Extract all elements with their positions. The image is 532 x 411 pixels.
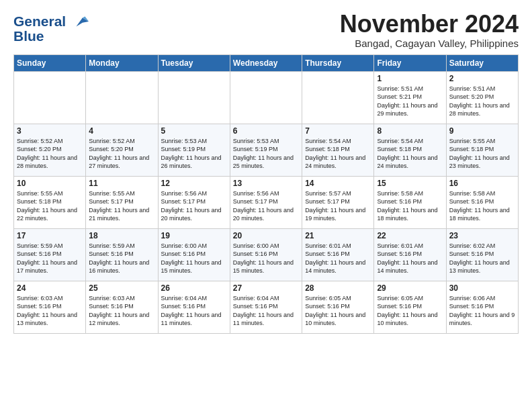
month-title: November 2024 bbox=[340, 11, 519, 38]
day-number: 7 bbox=[305, 126, 371, 136]
day-number: 27 bbox=[233, 283, 299, 293]
day-info: Sunrise: 5:58 AM Sunset: 5:16 PM Dayligh… bbox=[377, 189, 443, 223]
day-number: 18 bbox=[89, 231, 154, 240]
day-number: 28 bbox=[305, 283, 371, 293]
day-info: Sunrise: 5:57 AM Sunset: 5:17 PM Dayligh… bbox=[305, 189, 371, 223]
day-cell bbox=[302, 71, 374, 124]
week-row-1: 1Sunrise: 5:51 AM Sunset: 5:21 PM Daylig… bbox=[14, 71, 519, 124]
day-cell bbox=[14, 71, 86, 124]
header: General Blue November 2024 Bangad, Cagay… bbox=[13, 11, 519, 49]
day-cell: 16Sunrise: 5:58 AM Sunset: 5:16 PM Dayli… bbox=[446, 176, 518, 228]
day-cell: 9Sunrise: 5:55 AM Sunset: 5:18 PM Daylig… bbox=[446, 124, 518, 176]
day-cell: 14Sunrise: 5:57 AM Sunset: 5:17 PM Dayli… bbox=[302, 176, 374, 228]
page: General Blue November 2024 Bangad, Cagay… bbox=[0, 0, 532, 340]
day-cell: 25Sunrise: 6:03 AM Sunset: 5:16 PM Dayli… bbox=[86, 281, 158, 333]
day-info: Sunrise: 6:04 AM Sunset: 5:16 PM Dayligh… bbox=[161, 294, 227, 328]
day-info: Sunrise: 5:53 AM Sunset: 5:19 PM Dayligh… bbox=[161, 137, 227, 171]
day-info: Sunrise: 6:02 AM Sunset: 5:16 PM Dayligh… bbox=[449, 242, 515, 275]
logo-bird-icon bbox=[71, 12, 90, 31]
day-info: Sunrise: 6:06 AM Sunset: 5:16 PM Dayligh… bbox=[449, 294, 515, 328]
day-cell: 20Sunrise: 6:00 AM Sunset: 5:16 PM Dayli… bbox=[230, 228, 302, 281]
day-info: Sunrise: 6:00 AM Sunset: 5:16 PM Dayligh… bbox=[233, 242, 299, 275]
day-info: Sunrise: 5:56 AM Sunset: 5:17 PM Dayligh… bbox=[233, 189, 299, 223]
day-number: 23 bbox=[449, 231, 515, 240]
day-info: Sunrise: 5:54 AM Sunset: 5:18 PM Dayligh… bbox=[305, 137, 371, 171]
day-cell: 24Sunrise: 6:03 AM Sunset: 5:16 PM Dayli… bbox=[14, 281, 86, 333]
day-cell: 10Sunrise: 5:55 AM Sunset: 5:18 PM Dayli… bbox=[14, 176, 86, 228]
day-number: 19 bbox=[161, 231, 227, 240]
week-row-2: 3Sunrise: 5:52 AM Sunset: 5:20 PM Daylig… bbox=[14, 124, 519, 176]
day-number: 25 bbox=[89, 283, 154, 293]
day-cell: 29Sunrise: 6:05 AM Sunset: 5:16 PM Dayli… bbox=[374, 281, 446, 333]
day-cell: 27Sunrise: 6:04 AM Sunset: 5:16 PM Dayli… bbox=[230, 281, 302, 333]
day-cell: 2Sunrise: 5:51 AM Sunset: 5:20 PM Daylig… bbox=[446, 71, 518, 124]
day-number: 29 bbox=[377, 283, 443, 293]
day-cell: 22Sunrise: 6:01 AM Sunset: 5:16 PM Dayli… bbox=[374, 228, 446, 281]
day-info: Sunrise: 5:51 AM Sunset: 5:20 PM Dayligh… bbox=[449, 85, 515, 118]
day-info: Sunrise: 6:00 AM Sunset: 5:16 PM Dayligh… bbox=[161, 242, 227, 275]
col-wednesday: Wednesday bbox=[230, 54, 302, 71]
col-monday: Monday bbox=[86, 54, 158, 71]
day-info: Sunrise: 5:52 AM Sunset: 5:20 PM Dayligh… bbox=[17, 137, 83, 171]
day-cell: 17Sunrise: 5:59 AM Sunset: 5:16 PM Dayli… bbox=[14, 228, 86, 281]
day-number: 20 bbox=[233, 231, 299, 240]
day-info: Sunrise: 5:55 AM Sunset: 5:18 PM Dayligh… bbox=[449, 137, 515, 171]
logo: General Blue bbox=[13, 13, 90, 45]
col-tuesday: Tuesday bbox=[158, 54, 230, 71]
day-number: 17 bbox=[17, 231, 83, 240]
day-cell: 4Sunrise: 5:52 AM Sunset: 5:20 PM Daylig… bbox=[86, 124, 158, 176]
day-cell: 3Sunrise: 5:52 AM Sunset: 5:20 PM Daylig… bbox=[14, 124, 86, 176]
calendar: Sunday Monday Tuesday Wednesday Thursday… bbox=[13, 54, 519, 334]
day-cell: 19Sunrise: 6:00 AM Sunset: 5:16 PM Dayli… bbox=[158, 228, 230, 281]
day-info: Sunrise: 5:51 AM Sunset: 5:21 PM Dayligh… bbox=[377, 85, 443, 118]
col-thursday: Thursday bbox=[302, 54, 374, 71]
day-cell: 1Sunrise: 5:51 AM Sunset: 5:21 PM Daylig… bbox=[374, 71, 446, 124]
calendar-body: 1Sunrise: 5:51 AM Sunset: 5:21 PM Daylig… bbox=[14, 71, 519, 333]
day-cell bbox=[158, 71, 230, 124]
day-number: 26 bbox=[161, 283, 227, 293]
col-sunday: Sunday bbox=[14, 54, 86, 71]
day-info: Sunrise: 5:55 AM Sunset: 5:17 PM Dayligh… bbox=[89, 189, 154, 223]
day-cell: 8Sunrise: 5:54 AM Sunset: 5:18 PM Daylig… bbox=[374, 124, 446, 176]
day-cell: 5Sunrise: 5:53 AM Sunset: 5:19 PM Daylig… bbox=[158, 124, 230, 176]
day-info: Sunrise: 6:05 AM Sunset: 5:16 PM Dayligh… bbox=[377, 294, 443, 328]
day-info: Sunrise: 6:03 AM Sunset: 5:16 PM Dayligh… bbox=[89, 294, 154, 328]
day-number: 6 bbox=[233, 126, 299, 136]
day-number: 3 bbox=[17, 126, 83, 136]
day-info: Sunrise: 5:52 AM Sunset: 5:20 PM Dayligh… bbox=[89, 137, 154, 171]
day-info: Sunrise: 5:53 AM Sunset: 5:19 PM Dayligh… bbox=[233, 137, 299, 171]
col-friday: Friday bbox=[374, 54, 446, 71]
calendar-header: Sunday Monday Tuesday Wednesday Thursday… bbox=[14, 54, 519, 71]
day-info: Sunrise: 6:04 AM Sunset: 5:16 PM Dayligh… bbox=[233, 294, 299, 328]
week-row-3: 10Sunrise: 5:55 AM Sunset: 5:18 PM Dayli… bbox=[14, 176, 519, 228]
day-info: Sunrise: 5:55 AM Sunset: 5:18 PM Dayligh… bbox=[17, 189, 83, 223]
day-info: Sunrise: 5:58 AM Sunset: 5:16 PM Dayligh… bbox=[449, 189, 515, 223]
day-cell: 21Sunrise: 6:01 AM Sunset: 5:16 PM Dayli… bbox=[302, 228, 374, 281]
day-cell: 23Sunrise: 6:02 AM Sunset: 5:16 PM Dayli… bbox=[446, 228, 518, 281]
day-info: Sunrise: 5:59 AM Sunset: 5:16 PM Dayligh… bbox=[17, 242, 83, 275]
title-block: November 2024 Bangad, Cagayan Valley, Ph… bbox=[340, 11, 519, 49]
week-row-4: 17Sunrise: 5:59 AM Sunset: 5:16 PM Dayli… bbox=[14, 228, 519, 281]
day-number: 9 bbox=[449, 126, 515, 136]
day-info: Sunrise: 5:59 AM Sunset: 5:16 PM Dayligh… bbox=[89, 242, 154, 275]
day-number: 30 bbox=[449, 283, 515, 293]
day-cell: 28Sunrise: 6:05 AM Sunset: 5:16 PM Dayli… bbox=[302, 281, 374, 333]
day-info: Sunrise: 6:05 AM Sunset: 5:16 PM Dayligh… bbox=[305, 294, 371, 328]
day-number: 21 bbox=[305, 231, 371, 240]
day-info: Sunrise: 6:01 AM Sunset: 5:16 PM Dayligh… bbox=[305, 242, 371, 275]
day-cell: 12Sunrise: 5:56 AM Sunset: 5:17 PM Dayli… bbox=[158, 176, 230, 228]
day-cell: 6Sunrise: 5:53 AM Sunset: 5:19 PM Daylig… bbox=[230, 124, 302, 176]
day-info: Sunrise: 6:01 AM Sunset: 5:16 PM Dayligh… bbox=[377, 242, 443, 275]
day-cell: 15Sunrise: 5:58 AM Sunset: 5:16 PM Dayli… bbox=[374, 176, 446, 228]
day-cell: 13Sunrise: 5:56 AM Sunset: 5:17 PM Dayli… bbox=[230, 176, 302, 228]
day-cell: 11Sunrise: 5:55 AM Sunset: 5:17 PM Dayli… bbox=[86, 176, 158, 228]
day-number: 12 bbox=[161, 179, 227, 188]
day-number: 1 bbox=[377, 74, 443, 83]
day-number: 11 bbox=[89, 179, 154, 188]
day-number: 4 bbox=[89, 126, 154, 136]
subtitle: Bangad, Cagayan Valley, Philippines bbox=[340, 38, 519, 49]
day-number: 16 bbox=[449, 179, 515, 188]
day-number: 13 bbox=[233, 179, 299, 188]
day-number: 22 bbox=[377, 231, 443, 240]
day-info: Sunrise: 6:03 AM Sunset: 5:16 PM Dayligh… bbox=[17, 294, 83, 328]
